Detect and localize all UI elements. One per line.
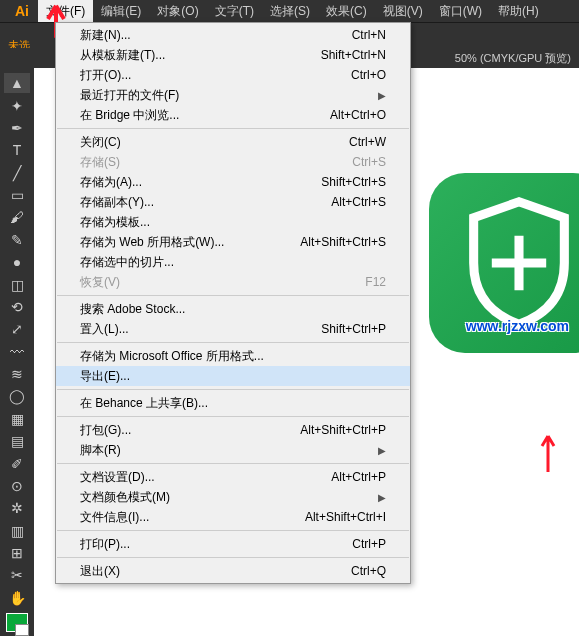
- menu-效果[interactable]: 效果(C): [318, 0, 375, 22]
- hand-tool[interactable]: ✋: [4, 588, 30, 608]
- menu-item[interactable]: 文档颜色模式(M)▶: [56, 487, 410, 507]
- menu-item-label: 搜索 Adobe Stock...: [80, 301, 185, 318]
- shape-builder-tool[interactable]: ◯: [4, 386, 30, 406]
- menu-item[interactable]: 退出(X)Ctrl+Q: [56, 561, 410, 581]
- menu-item[interactable]: 搜索 Adobe Stock...: [56, 299, 410, 319]
- menu-item-label: 恢复(V): [80, 274, 120, 291]
- menu-item-label: 从模板新建(T)...: [80, 47, 165, 64]
- artwork-shield-icon: [461, 195, 577, 331]
- menu-编辑[interactable]: 编辑(E): [93, 0, 149, 22]
- menu-separator: [57, 295, 409, 296]
- pen-tool[interactable]: ✒: [4, 118, 30, 138]
- menu-item[interactable]: 打包(G)...Alt+Shift+Ctrl+P: [56, 420, 410, 440]
- rect-tool[interactable]: ▭: [4, 185, 30, 205]
- app-logo: Ai: [6, 0, 38, 22]
- menu-item-label: 存储为模板...: [80, 214, 150, 231]
- menu-item-shortcut: Ctrl+S: [352, 155, 386, 169]
- selection-tool[interactable]: ▲: [4, 73, 30, 93]
- menu-文件[interactable]: 文件(F): [38, 0, 93, 22]
- menu-item-label: 打印(P)...: [80, 536, 130, 553]
- menu-选择[interactable]: 选择(S): [262, 0, 318, 22]
- menu-item[interactable]: 新建(N)...Ctrl+N: [56, 25, 410, 45]
- menu-item[interactable]: 存储为 Microsoft Office 所用格式...: [56, 346, 410, 366]
- menu-item-shortcut: Alt+Shift+Ctrl+S: [300, 235, 386, 249]
- menu-item-label: 存储副本(Y)...: [80, 194, 154, 211]
- menubar: Ai 文件(F)编辑(E)对象(O)文字(T)选择(S)效果(C)视图(V)窗口…: [0, 0, 579, 22]
- menu-item-shortcut: Ctrl+N: [352, 28, 386, 42]
- menu-item[interactable]: 文件信息(I)...Alt+Shift+Ctrl+I: [56, 507, 410, 527]
- menu-item[interactable]: 存储为模板...: [56, 212, 410, 232]
- menu-item-label: 最近打开的文件(F): [80, 87, 179, 104]
- menu-separator: [57, 342, 409, 343]
- submenu-arrow-icon: ▶: [378, 445, 386, 456]
- menu-item[interactable]: 关闭(C)Ctrl+W: [56, 132, 410, 152]
- menu-item[interactable]: 存储为(A)...Shift+Ctrl+S: [56, 172, 410, 192]
- width-tool[interactable]: 〰: [4, 342, 30, 362]
- menu-separator: [57, 463, 409, 464]
- pencil-tool[interactable]: ✎: [4, 230, 30, 250]
- menu-separator: [57, 557, 409, 558]
- menu-item-shortcut: Alt+Ctrl+P: [331, 470, 386, 484]
- warp-tool[interactable]: ≋: [4, 364, 30, 384]
- menu-item-label: 文件信息(I)...: [80, 509, 149, 526]
- menu-item[interactable]: 脚本(R)▶: [56, 440, 410, 460]
- eraser-tool[interactable]: ◫: [4, 274, 30, 294]
- menu-item[interactable]: 存储选中的切片...: [56, 252, 410, 272]
- menu-item-shortcut: Shift+Ctrl+S: [321, 175, 386, 189]
- menu-item-label: 在 Bridge 中浏览...: [80, 107, 179, 124]
- menu-item[interactable]: 在 Behance 上共享(B)...: [56, 393, 410, 413]
- menu-item[interactable]: 导出(E)...: [56, 366, 410, 386]
- menu-item-label: 退出(X): [80, 563, 120, 580]
- mesh-tool[interactable]: ▦: [4, 409, 30, 429]
- menu-item-label: 打包(G)...: [80, 422, 131, 439]
- menu-item[interactable]: 存储为 Web 所用格式(W)...Alt+Shift+Ctrl+S: [56, 232, 410, 252]
- menu-item-shortcut: Alt+Shift+Ctrl+I: [305, 510, 386, 524]
- menu-separator: [57, 128, 409, 129]
- type-tool[interactable]: T: [4, 140, 30, 160]
- tools-panel: ▲✦✒T╱▭🖌✎●◫⟲⤢〰≋◯▦▤✐⊙✲▥⊞✂✋: [0, 68, 34, 636]
- menu-item[interactable]: 从模板新建(T)...Shift+Ctrl+N: [56, 45, 410, 65]
- scale-tool[interactable]: ⤢: [4, 319, 30, 339]
- blend-tool[interactable]: ⊙: [4, 476, 30, 496]
- menu-窗口[interactable]: 窗口(W): [431, 0, 490, 22]
- menu-item-shortcut: Ctrl+W: [349, 135, 386, 149]
- artboard-tool[interactable]: ⊞: [4, 543, 30, 563]
- symbol-tool[interactable]: ✲: [4, 498, 30, 518]
- menu-item-label: 存储为 Web 所用格式(W)...: [80, 234, 224, 251]
- eyedropper-tool[interactable]: ✐: [4, 453, 30, 473]
- menu-item-label: 新建(N)...: [80, 27, 131, 44]
- stroke-swatch[interactable]: [15, 624, 29, 636]
- rotate-tool[interactable]: ⟲: [4, 297, 30, 317]
- menu-文字[interactable]: 文字(T): [207, 0, 262, 22]
- menu-item[interactable]: 打印(P)...Ctrl+P: [56, 534, 410, 554]
- menu-item[interactable]: 置入(L)...Shift+Ctrl+P: [56, 319, 410, 339]
- magic-wand-tool[interactable]: ✦: [4, 95, 30, 115]
- menu-item[interactable]: 打开(O)...Ctrl+O: [56, 65, 410, 85]
- menu-item-label: 存储选中的切片...: [80, 254, 174, 271]
- menu-item[interactable]: 存储副本(Y)...Alt+Ctrl+S: [56, 192, 410, 212]
- menu-item[interactable]: 最近打开的文件(F)▶: [56, 85, 410, 105]
- menu-item[interactable]: 文档设置(D)...Alt+Ctrl+P: [56, 467, 410, 487]
- menu-item-label: 打开(O)...: [80, 67, 131, 84]
- menu-separator: [57, 389, 409, 390]
- menu-separator: [57, 530, 409, 531]
- menu-item-label: 存储为 Microsoft Office 所用格式...: [80, 348, 264, 365]
- slice-tool[interactable]: ✂: [4, 565, 30, 585]
- menu-对象[interactable]: 对象(O): [149, 0, 206, 22]
- menu-item-shortcut: Alt+Ctrl+O: [330, 108, 386, 122]
- submenu-arrow-icon: ▶: [378, 492, 386, 503]
- menu-item-shortcut: F12: [365, 275, 386, 289]
- brush-tool[interactable]: 🖌: [4, 207, 30, 227]
- file-menu-dropdown: 新建(N)...Ctrl+N从模板新建(T)...Shift+Ctrl+N打开(…: [55, 22, 411, 584]
- menu-item-shortcut: Ctrl+Q: [351, 564, 386, 578]
- line-tool[interactable]: ╱: [4, 163, 30, 183]
- menu-帮助[interactable]: 帮助(H): [490, 0, 547, 22]
- blob-tool[interactable]: ●: [4, 252, 30, 272]
- graph-tool[interactable]: ▥: [4, 521, 30, 541]
- gradient-tool[interactable]: ▤: [4, 431, 30, 451]
- menu-item-label: 置入(L)...: [80, 321, 129, 338]
- menu-item-label: 在 Behance 上共享(B)...: [80, 395, 208, 412]
- menu-item-shortcut: Ctrl+O: [351, 68, 386, 82]
- menu-item[interactable]: 在 Bridge 中浏览...Alt+Ctrl+O: [56, 105, 410, 125]
- menu-视图[interactable]: 视图(V): [375, 0, 431, 22]
